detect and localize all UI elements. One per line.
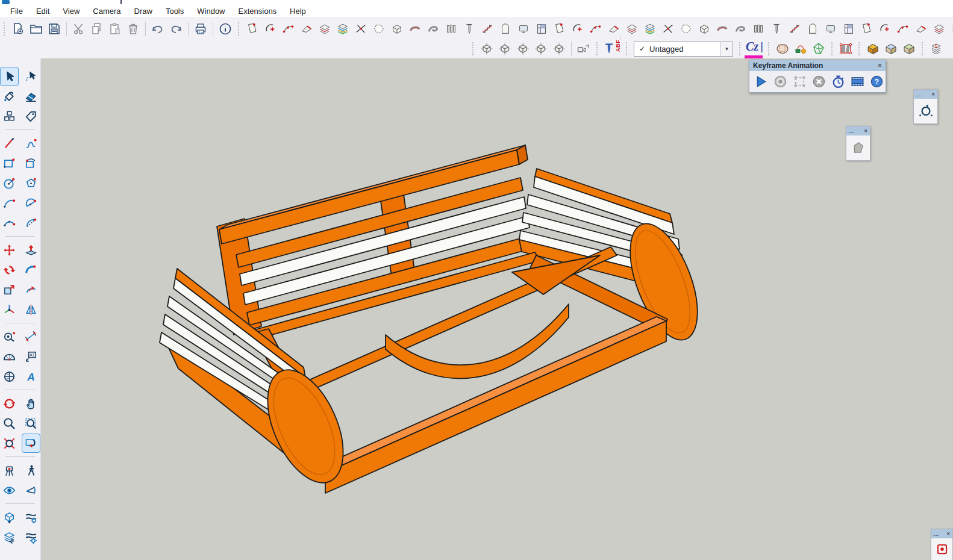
save-button[interactable] — [45, 20, 63, 38]
menu-extensions[interactable]: Extensions — [232, 5, 284, 17]
scale-button[interactable] — [0, 280, 19, 299]
delete-button[interactable] — [124, 20, 142, 38]
rotated-rectangle-button[interactable] — [22, 154, 40, 173]
keyframe-panel-titlebar[interactable]: Keyframe Animation × — [749, 60, 886, 71]
corner-fillet-button[interactable] — [514, 20, 533, 38]
flatten-red-button[interactable] — [22, 508, 40, 527]
timing-button[interactable] — [830, 73, 847, 90]
lasso-button[interactable] — [22, 67, 40, 86]
layers-color-button[interactable] — [334, 20, 352, 38]
flatten-gear-button[interactable] — [22, 527, 40, 547]
layers-export-button[interactable] — [0, 527, 19, 547]
shelves-button[interactable] — [749, 20, 767, 38]
coil-button[interactable] — [912, 20, 930, 38]
abf-tool-button[interactable]: ABF_ — [603, 40, 621, 58]
plane-red-button[interactable] — [460, 20, 478, 38]
sticky-note-button[interactable] — [243, 20, 261, 38]
stack-s-button[interactable]: S — [927, 40, 945, 58]
two-point-arc-button[interactable] — [0, 193, 19, 213]
door-arch-button[interactable] — [876, 20, 894, 38]
print-button[interactable] — [192, 20, 210, 38]
select-button[interactable] — [0, 67, 19, 86]
swirl-button[interactable] — [424, 20, 442, 38]
import-model-button[interactable] — [0, 508, 19, 527]
panel-door-button[interactable] — [731, 20, 749, 38]
mirror-button[interactable] — [22, 300, 40, 319]
line-button[interactable] — [0, 134, 19, 153]
push-pull-button[interactable] — [22, 240, 40, 260]
toolbar-grip[interactable] — [739, 42, 742, 56]
crop-frame-button[interactable] — [837, 40, 855, 58]
cut-button[interactable] — [70, 20, 88, 38]
columns-button[interactable] — [641, 20, 659, 38]
top-view-button[interactable] — [496, 40, 514, 58]
follow-me-button[interactable] — [22, 260, 40, 279]
delete-keyframes-button[interactable] — [810, 73, 828, 90]
front-view-button[interactable] — [514, 40, 532, 58]
section-view-button[interactable] — [22, 481, 40, 500]
clip-note-button[interactable] — [930, 20, 948, 38]
undo-button[interactable] — [149, 20, 167, 38]
move-button[interactable] — [0, 240, 19, 260]
joint-bend-button[interactable] — [695, 20, 713, 38]
export-movie-button[interactable] — [849, 73, 866, 90]
mini-panel-titlebar[interactable]: ...× — [846, 126, 870, 135]
cage-box-button[interactable] — [587, 20, 605, 38]
close-icon[interactable]: × — [931, 92, 935, 98]
mini-panel-titlebar[interactable]: ...× — [914, 90, 937, 99]
menu-file[interactable]: File — [4, 5, 30, 17]
corner-sharp-button[interactable] — [533, 20, 551, 38]
rotate-button[interactable] — [0, 260, 19, 279]
paint-bucket-button[interactable] — [0, 87, 19, 106]
book-stand-button[interactable] — [948, 20, 953, 38]
roof-cut-button[interactable] — [478, 20, 496, 38]
bench-model[interactable] — [41, 58, 953, 560]
open-button[interactable] — [27, 20, 45, 38]
screen-frame-button[interactable] — [858, 20, 876, 38]
help-button[interactable]: ? — [868, 73, 886, 90]
new-button[interactable] — [9, 20, 27, 38]
mini-panel-titlebar[interactable]: ...× — [931, 529, 952, 538]
pie-button[interactable] — [22, 193, 40, 213]
bezier-arc-button[interactable] — [22, 213, 40, 232]
look-around-button[interactable] — [0, 481, 19, 500]
polygon-chip-button[interactable] — [849, 139, 867, 157]
walk-button[interactable] — [22, 461, 40, 480]
rectangle-button[interactable] — [0, 154, 19, 173]
orbit-button[interactable] — [0, 394, 19, 413]
stamp-red-button[interactable] — [623, 20, 641, 38]
select-keyframes-button[interactable] — [791, 73, 808, 90]
leash-points-button[interactable] — [792, 40, 810, 58]
wall-panel-button[interactable] — [894, 20, 912, 38]
toolbar-grip[interactable] — [3, 22, 6, 36]
zoom-extents-button[interactable] — [0, 434, 19, 453]
zigzag-cut-button[interactable] — [822, 20, 840, 38]
curve-rail-button[interactable] — [569, 20, 587, 38]
c3-tool-button[interactable]: Cz | — [746, 40, 763, 58]
close-icon[interactable]: × — [864, 128, 867, 134]
toolbar-grip[interactable] — [625, 42, 628, 56]
page-fold-button[interactable] — [713, 20, 731, 38]
toolbar-grip[interactable] — [767, 42, 770, 56]
screw-down-button[interactable] — [767, 20, 786, 38]
menu-draw[interactable]: Draw — [128, 5, 159, 17]
cube-blue-button[interactable] — [882, 40, 900, 58]
three-point-arc-button[interactable] — [0, 213, 19, 232]
cube-green-button[interactable] — [900, 40, 918, 58]
angle-dim-button[interactable] — [551, 20, 569, 38]
path-dots-button[interactable] — [280, 20, 298, 38]
rotate-gizmo-button[interactable] — [917, 102, 935, 120]
3d-text-button[interactable]: A — [22, 367, 40, 386]
dimensions-button[interactable] — [22, 327, 40, 346]
zoom-window-button[interactable] — [22, 414, 40, 433]
toolbar-grip[interactable] — [921, 42, 924, 56]
protractor-button[interactable] — [0, 347, 19, 366]
close-icon[interactable]: × — [878, 61, 882, 70]
tag-button[interactable] — [22, 107, 40, 126]
menu-camera[interactable]: Camera — [86, 5, 127, 17]
toolbar-grip[interactable] — [858, 42, 861, 56]
record-button[interactable] — [772, 73, 789, 90]
tag-dropdown-arrow-button[interactable]: ▾ — [720, 42, 733, 56]
toolbar-grip[interactable] — [472, 42, 475, 56]
tape-measure-button[interactable] — [0, 327, 19, 346]
